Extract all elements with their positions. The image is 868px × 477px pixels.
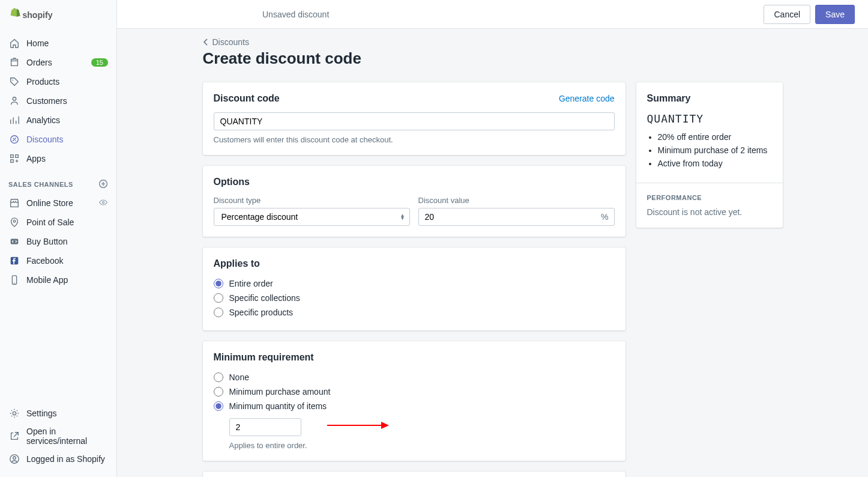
- nav-discounts[interactable]: Discounts: [0, 130, 116, 149]
- svg-point-15: [14, 282, 14, 283]
- help-text: Applies to entire order.: [229, 441, 615, 450]
- add-channel-button[interactable]: [98, 179, 108, 190]
- help-text: Customers will enter this discount code …: [214, 135, 615, 144]
- radio-label: Minimum quantity of items: [229, 401, 327, 411]
- svg-point-16: [13, 412, 16, 415]
- orders-icon: [8, 56, 20, 68]
- analytics-icon: [8, 114, 20, 126]
- radio-entire-order[interactable]: Entire order: [214, 276, 615, 291]
- nav-logged-in[interactable]: Logged in as Shopify: [0, 449, 116, 469]
- gear-icon: [8, 407, 20, 419]
- save-button[interactable]: Save: [815, 5, 855, 24]
- nav-home[interactable]: Home: [0, 34, 116, 53]
- nav-analytics[interactable]: Analytics: [0, 111, 116, 130]
- card-title: Minimum requirement: [214, 352, 615, 363]
- nav-point-of-sale[interactable]: Point of Sale: [0, 213, 116, 232]
- discount-code-card: Discount code Generate code Customers wi…: [203, 82, 625, 155]
- radio-input[interactable]: [214, 372, 223, 382]
- discount-code-input[interactable]: [214, 112, 615, 130]
- nav-label: Customers: [26, 96, 108, 106]
- nav-online-store[interactable]: Online Store: [0, 193, 116, 213]
- nav-facebook[interactable]: Facebook: [0, 251, 116, 270]
- page-title: Create discount code: [203, 49, 783, 68]
- radio-label: None: [229, 372, 249, 382]
- nav-label: Analytics: [26, 115, 108, 125]
- summary-list: 20% off entire order Minimum purchase of…: [647, 132, 772, 168]
- radio-label: Specific products: [229, 308, 294, 317]
- eye-icon[interactable]: [98, 198, 108, 209]
- radio-label: Minimum purchase amount: [229, 387, 331, 396]
- nav-label: Home: [26, 38, 108, 48]
- nav-label: Mobile App: [26, 275, 108, 285]
- radio-input[interactable]: [214, 401, 223, 411]
- breadcrumb-label: Discounts: [212, 37, 249, 47]
- field-label: Discount value: [418, 196, 615, 205]
- sidebar: shopify Home Orders 15 Products Customer…: [0, 0, 117, 477]
- min-quantity-input[interactable]: [229, 418, 301, 436]
- nav-open-services[interactable]: Open in services/internal: [0, 423, 116, 449]
- nav-label: Products: [26, 77, 108, 87]
- svg-text:shopify: shopify: [22, 10, 52, 20]
- summary-card: Summary QUANTITY 20% off entire order Mi…: [636, 82, 783, 228]
- user-icon: [8, 453, 20, 465]
- svg-point-10: [102, 201, 104, 203]
- card-title: Applies to: [214, 258, 615, 269]
- shopify-logo-icon: shopify: [8, 7, 60, 23]
- radio-min-quantity[interactable]: Minimum quantity of items: [214, 399, 615, 413]
- radio-input[interactable]: [214, 387, 223, 396]
- field-label: Discount type: [214, 196, 410, 205]
- generate-code-link[interactable]: Generate code: [559, 94, 615, 103]
- radio-label: Entire order: [229, 279, 273, 288]
- percent-suffix: %: [601, 212, 608, 222]
- svg-point-4: [13, 138, 14, 139]
- nav-label: Open in services/internal: [26, 427, 108, 446]
- performance-header: PERFORMANCE: [647, 194, 772, 201]
- nav-orders[interactable]: Orders 15: [0, 53, 116, 72]
- nav-mobile-app[interactable]: Mobile App: [0, 270, 116, 290]
- svg-point-11: [13, 220, 16, 222]
- svg-point-18: [13, 457, 16, 460]
- radio-input[interactable]: [214, 308, 223, 317]
- external-icon: [8, 430, 20, 442]
- nav-label: Point of Sale: [26, 217, 108, 227]
- nav-buy-button[interactable]: Buy Button: [0, 232, 116, 251]
- nav-settings[interactable]: Settings: [0, 404, 116, 423]
- radio-specific-collections[interactable]: Specific collections: [214, 291, 615, 305]
- radio-input[interactable]: [214, 293, 223, 303]
- brand-logo[interactable]: shopify: [0, 0, 116, 34]
- summary-title: Summary: [647, 93, 772, 104]
- nav-apps[interactable]: Apps: [0, 149, 116, 168]
- radio-specific-products[interactable]: Specific products: [214, 305, 615, 320]
- discount-type-select[interactable]: Percentage discount: [214, 208, 410, 226]
- mobile-icon: [8, 274, 20, 286]
- breadcrumb[interactable]: Discounts: [203, 37, 783, 47]
- card-title: Options: [214, 177, 615, 187]
- summary-code: QUANTITY: [647, 112, 772, 125]
- store-icon: [8, 197, 20, 209]
- radio-none[interactable]: None: [214, 370, 615, 384]
- radio-min-purchase[interactable]: Minimum purchase amount: [214, 384, 615, 399]
- home-icon: [8, 37, 20, 49]
- sidebar-footer: Settings Open in services/internal Logge…: [0, 400, 116, 477]
- card-title: Discount code: [214, 93, 280, 104]
- radio-label: Specific collections: [229, 293, 300, 303]
- summary-item: 20% off entire order: [658, 132, 772, 142]
- location-icon: [8, 216, 20, 228]
- nav-label: Facebook: [26, 256, 108, 266]
- nav-customers[interactable]: Customers: [0, 91, 116, 111]
- svg-point-1: [12, 79, 13, 81]
- facebook-icon: [8, 255, 20, 267]
- applies-to-card: Applies to Entire order Specific collect…: [203, 248, 625, 330]
- orders-badge: 15: [91, 58, 108, 67]
- sales-channels-header: SALES CHANNELS: [0, 168, 116, 193]
- svg-point-5: [15, 140, 16, 141]
- primary-nav: Home Orders 15 Products Customers Analyt…: [0, 34, 116, 400]
- cancel-button[interactable]: Cancel: [764, 5, 810, 24]
- radio-input[interactable]: [214, 279, 223, 288]
- summary-item: Minimum purchase of 2 items: [658, 145, 772, 155]
- discount-value-input[interactable]: [418, 208, 615, 226]
- svg-rect-7: [16, 155, 19, 158]
- options-card: Options Discount type Percentage discoun…: [203, 166, 625, 237]
- nav-products[interactable]: Products: [0, 72, 116, 91]
- apps-icon: [8, 153, 20, 165]
